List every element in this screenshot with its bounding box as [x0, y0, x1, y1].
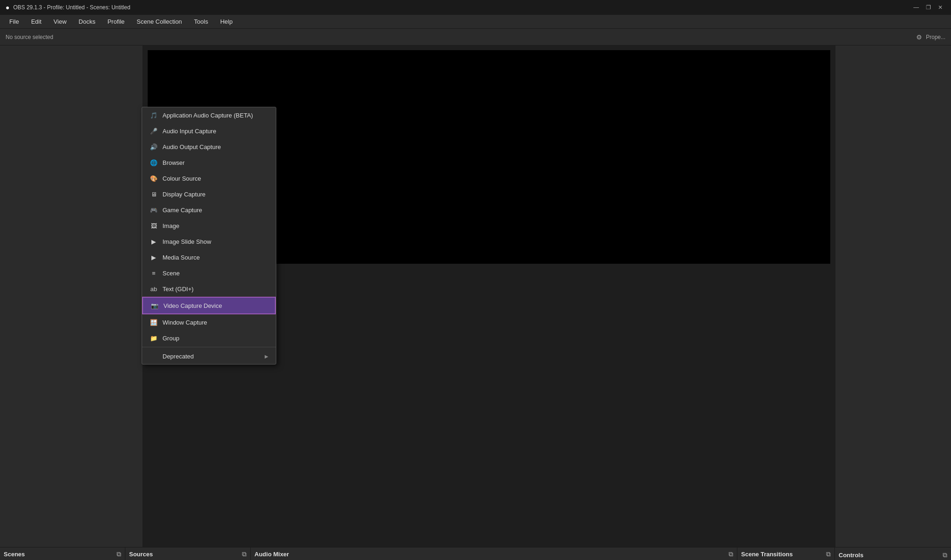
audio-input-icon: 🎤	[150, 127, 158, 135]
obs-logo-icon: ●	[6, 4, 9, 11]
audio-mixer-title: Audio Mixer	[254, 551, 289, 558]
right-col	[835, 46, 951, 547]
scenes-title: Scenes	[4, 551, 25, 558]
gear-icon: ⚙	[916, 33, 922, 41]
audio-mixer-panel: Audio Mixer ⧉ Desktop Audio 0.0 dB -60-5…	[251, 547, 737, 560]
ctx-item-game-capture[interactable]: 🎮Game Capture	[142, 202, 276, 218]
sources-panel-header: Sources ⧉	[125, 547, 250, 560]
browser-label: Browser	[163, 159, 185, 166]
scene-icon: ≡	[150, 269, 158, 277]
ctx-item-deprecated[interactable]: Deprecated	[142, 348, 276, 364]
menu-item-edit[interactable]: Edit	[26, 16, 47, 27]
close-button[interactable]: ✕	[935, 2, 945, 13]
title-bar: ● OBS 29.1.3 - Profile: Untitled - Scene…	[0, 0, 951, 15]
scenes-panel: Scenes ⧉ Scene + 🗑 ⧉ ▲ ▼	[0, 547, 125, 560]
app-audio-label: Application Audio Capture (BETA)	[163, 112, 253, 119]
ctx-item-audio-output[interactable]: 🔊Audio Output Capture	[142, 139, 276, 155]
menu-item-tools[interactable]: Tools	[189, 16, 214, 27]
audio-output-label: Audio Output Capture	[163, 143, 221, 150]
minimize-button[interactable]: —	[911, 2, 921, 13]
text-gdi-label: Text (GDI+)	[163, 286, 194, 293]
ctx-item-browser[interactable]: 🌐Browser	[142, 155, 276, 170]
scenes-panel-header: Scenes ⧉	[0, 547, 125, 560]
sources-panel: Sources ⧉ + 🗑 ⧉ ▲ ▼	[125, 547, 251, 560]
media-source-icon: ▶	[150, 253, 158, 261]
ctx-item-video-capture[interactable]: 📷Video Capture Device	[142, 297, 276, 314]
sources-panel-icon[interactable]: ⧉	[242, 550, 247, 558]
text-gdi-icon: ab	[150, 285, 158, 293]
colour-source-label: Colour Source	[163, 175, 201, 182]
group-label: Group	[163, 335, 179, 342]
menu-item-docks[interactable]: Docks	[73, 16, 101, 27]
menu-item-profile[interactable]: Profile	[102, 16, 130, 27]
media-source-label: Media Source	[163, 254, 200, 261]
audio-mixer-icon[interactable]: ⧉	[729, 550, 733, 558]
transitions-panel-header: Scene Transitions ⧉	[737, 547, 834, 560]
menu-item-scene-collection[interactable]: Scene Collection	[131, 16, 188, 27]
ctx-item-app-audio[interactable]: 🎵Application Audio Capture (BETA)	[142, 107, 276, 123]
audio-mixer-header: Audio Mixer ⧉	[251, 547, 737, 560]
menu-bar: FileEditViewDocksProfileScene Collection…	[0, 15, 951, 29]
no-source-label: No source selected	[6, 34, 53, 40]
controls-title: Controls	[839, 552, 863, 559]
video-capture-label: Video Capture Device	[163, 302, 222, 309]
ctx-item-text-gdi[interactable]: abText (GDI+)	[142, 281, 276, 297]
transitions-panel-icon[interactable]: ⧉	[826, 550, 831, 558]
video-capture-icon: 📷	[150, 301, 159, 310]
game-capture-icon: 🎮	[150, 206, 158, 214]
deprecated-label: Deprecated	[163, 353, 194, 360]
left-col	[0, 46, 143, 547]
display-capture-label: Display Capture	[163, 191, 206, 198]
controls-panel-icon[interactable]: ⧉	[943, 551, 947, 559]
window-capture-icon: 🪟	[150, 318, 158, 326]
menu-item-view[interactable]: View	[48, 16, 72, 27]
bottom-area: Scenes ⧉ Scene + 🗑 ⧉ ▲ ▼ Sources ⧉ + 🗑 ⧉…	[0, 547, 951, 560]
sources-title: Sources	[129, 551, 153, 558]
image-label: Image	[163, 222, 179, 229]
game-capture-label: Game Capture	[163, 207, 202, 214]
colour-source-icon: 🎨	[150, 174, 158, 182]
ctx-item-group[interactable]: 📁Group	[142, 330, 276, 346]
display-capture-icon: 🖥	[150, 190, 158, 198]
source-status-bar: No source selected ⚙ Prope...	[0, 29, 951, 46]
scenes-panel-icon[interactable]: ⧉	[117, 550, 121, 558]
ctx-item-window-capture[interactable]: 🪟Window Capture	[142, 314, 276, 330]
properties-label[interactable]: Prope...	[926, 34, 945, 40]
window-controls: — ❐ ✕	[911, 2, 945, 13]
audio-input-label: Audio Input Capture	[163, 128, 216, 135]
menu-item-file[interactable]: File	[4, 16, 25, 27]
transitions-panel: Scene Transitions ⧉ Fade Cut ▲ ▼ Duratio…	[737, 547, 835, 560]
browser-icon: 🌐	[150, 158, 158, 167]
ctx-item-scene[interactable]: ≡Scene	[142, 265, 276, 281]
maximize-button[interactable]: ❐	[923, 2, 933, 13]
app-audio-icon: 🎵	[150, 111, 158, 119]
title-bar-left: ● OBS 29.1.3 - Profile: Untitled - Scene…	[6, 4, 130, 11]
deprecated-icon	[150, 352, 158, 360]
ctx-item-colour-source[interactable]: 🎨Colour Source	[142, 170, 276, 186]
title-text: OBS 29.1.3 - Profile: Untitled - Scenes:…	[13, 4, 130, 11]
context-menu: 🎵Application Audio Capture (BETA)🎤Audio …	[142, 107, 276, 365]
ctx-item-display-capture[interactable]: 🖥Display Capture	[142, 186, 276, 202]
controls-panel: Controls ⧉ Start Streaming Start Recordi…	[835, 547, 951, 560]
image-slideshow-label: Image Slide Show	[163, 238, 211, 245]
ctx-item-media-source[interactable]: ▶Media Source	[142, 249, 276, 265]
audio-output-icon: 🔊	[150, 143, 158, 151]
group-icon: 📁	[150, 334, 158, 342]
menu-item-help[interactable]: Help	[215, 16, 238, 27]
controls-panel-header: Controls ⧉	[839, 551, 947, 560]
ctx-item-audio-input[interactable]: 🎤Audio Input Capture	[142, 123, 276, 139]
scene-label: Scene	[163, 270, 180, 277]
ctx-item-image[interactable]: 🖼Image	[142, 218, 276, 234]
ctx-item-image-slideshow[interactable]: ▶Image Slide Show	[142, 234, 276, 249]
window-capture-label: Window Capture	[163, 319, 207, 326]
image-icon: 🖼	[150, 221, 158, 230]
image-slideshow-icon: ▶	[150, 237, 158, 246]
transitions-title: Scene Transitions	[741, 551, 793, 558]
